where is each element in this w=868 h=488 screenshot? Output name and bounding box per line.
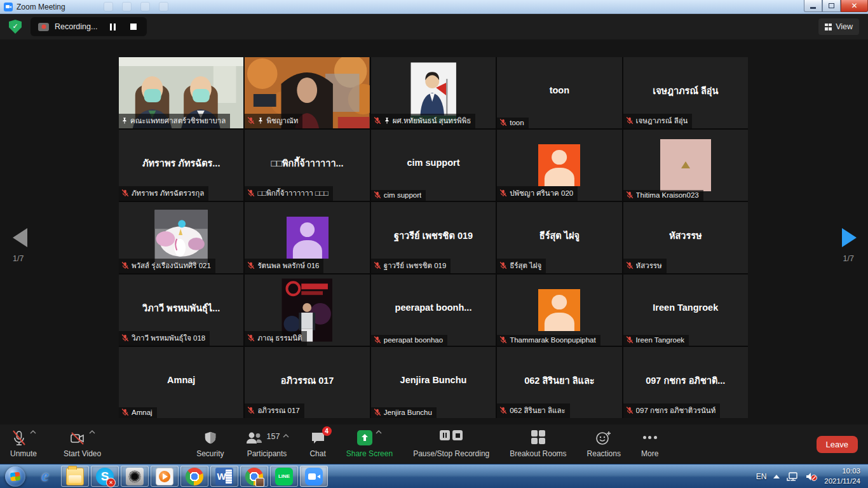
participant-name: ภัทราพร ภัทรฉัตรวรกุล — [132, 187, 204, 199]
breakout-rooms-button[interactable]: Breakout Rooms — [510, 430, 566, 458]
line-glyph — [275, 468, 293, 485]
reactions-button[interactable]: Reactions — [587, 430, 621, 458]
word-glyph — [215, 468, 233, 485]
more-button[interactable]: More — [641, 430, 658, 458]
player-glyph — [156, 468, 173, 485]
taskbar-player-icon[interactable] — [151, 466, 179, 487]
participant-tile[interactable]: วิภาวี พรหมพันธุ์ไ... วิภาวี พรหมพันธุ์ใ… — [119, 274, 243, 346]
leave-button[interactable]: Leave — [817, 436, 858, 453]
participant-tile[interactable]: ภัทราพร ภัทรฉัตร... ภัทราพร ภัทรฉัตรวรกุ… — [119, 130, 243, 201]
unmute-button[interactable]: Unmute — [10, 430, 37, 458]
participant-name: คณะแพทยศาสตร์วชิรพยาบาล — [130, 115, 226, 126]
participant-tile[interactable]: □□พิกกี้จ้าาาาาา... □□พิกกี้จ้าาาาาาา □□… — [245, 130, 369, 201]
participant-tile[interactable]: cim support cim support — [371, 130, 496, 201]
muted-mic-icon — [121, 334, 129, 342]
participant-name-label: วิภาวี พรหมพันธุ์ใจ 018 — [119, 331, 210, 346]
taskbar-chrome2-icon[interactable] — [240, 466, 268, 487]
system-tray: EN 10:03 2021/11/24 — [756, 466, 867, 486]
video-off-icon — [69, 430, 86, 447]
participant-tile[interactable]: ธีร์สุต ไฝจู ธีร์สุต ไฝจู — [497, 202, 621, 273]
participant-tile[interactable]: Thammarak Boonpupiphat — [497, 274, 621, 346]
taskbar-line-icon[interactable] — [270, 466, 298, 487]
view-button[interactable]: View — [818, 18, 859, 35]
muted-mic-icon — [121, 189, 129, 197]
zoom-glyph — [305, 468, 323, 485]
chevron-up-icon[interactable] — [89, 430, 95, 434]
participant-tile[interactable]: พวัสส์ รุ่งเรืองนันทศิริ 021 — [119, 202, 243, 273]
participant-tile[interactable]: toon toon — [497, 57, 621, 128]
share-screen-button[interactable]: Share Screen — [346, 430, 393, 458]
view-label: View — [836, 22, 853, 31]
participant-name: ผศ.หทัยพันธน์ สุนทรพิพิธ — [393, 115, 471, 126]
maximize-button[interactable] — [822, 0, 841, 12]
participant-name-label: ธีร์สุต ไฝจู — [497, 259, 546, 273]
chrome2-glyph — [245, 468, 263, 485]
participant-name-label: Jenjira Bunchu — [371, 407, 437, 418]
taskbar-start-icon[interactable] — [1, 466, 29, 487]
participant-name: toon — [510, 119, 524, 126]
recording-indicator: Recording... — [31, 17, 147, 36]
muted-mic-icon — [374, 336, 381, 344]
taskbar-explorer-icon[interactable] — [61, 466, 89, 487]
participants-count: 157 — [267, 432, 280, 441]
participant-tile[interactable]: หัสวรรษ หัสวรรษ — [623, 202, 748, 273]
participant-center-name: Amnaj — [123, 347, 240, 413]
taskbar-camera-icon[interactable] — [121, 466, 149, 487]
chat-button[interactable]: 4 Chat — [309, 430, 325, 458]
participant-name: 062 สิรินยา ลิและ — [510, 405, 566, 416]
participant-tile[interactable]: 097 กชกร อภิชาติ... 097 กชกร อภิชาติวรนั… — [623, 347, 748, 418]
window-title: Zoom Meeting — [17, 3, 65, 11]
muted-mic-icon — [121, 409, 129, 416]
pause-recording-button[interactable] — [107, 21, 118, 32]
participant-tile[interactable]: อภิวรรณ 017 อภิวรรณ 017 — [245, 347, 369, 418]
gallery-view-icon — [825, 24, 832, 30]
participant-tile[interactable]: พิชญาณัท — [245, 57, 369, 128]
previous-page-arrow[interactable] — [13, 228, 27, 247]
participant-tile[interactable]: ภาณุ ธรรมนิติ — [245, 274, 369, 346]
participant-tile[interactable]: Ireen Tangroek Ireen Tangroek — [623, 274, 748, 346]
muted-mic-icon — [247, 262, 255, 269]
participant-tile[interactable]: คณะแพทยศาสตร์วชิรพยาบาล — [119, 57, 243, 128]
stop-recording-button[interactable] — [128, 21, 139, 32]
participant-tile[interactable]: รัตนพล พลรักษ์ 016 — [245, 202, 369, 273]
participant-name: อภิวรรณ 017 — [257, 405, 299, 416]
security-shield-icon[interactable] — [9, 20, 22, 34]
muted-mic-icon — [499, 189, 507, 197]
participant-tile[interactable]: ฐาวรีย์ เพชรชิต 019 ฐาวรีย์ เพชรชิต 019 — [371, 202, 496, 273]
close-button[interactable]: ✕ — [841, 0, 868, 12]
participant-tile[interactable]: ผศ.หทัยพันธน์ สุนทรพิพิธ — [371, 57, 496, 128]
participant-name: Thammarak Boonpupiphat — [510, 336, 596, 344]
taskbar-ie-icon[interactable] — [31, 466, 59, 487]
participant-tile[interactable]: Thitima Kraison023 — [623, 130, 748, 201]
participant-tile[interactable]: เจษฎาภรณ์ ลีอุ่น เจษฎาภรณ์ ลีอุ่น — [623, 57, 748, 128]
start-video-button[interactable]: Start Video — [64, 430, 101, 458]
participant-tile[interactable]: Jenjira Bunchu Jenjira Bunchu — [371, 347, 496, 418]
network-icon[interactable] — [787, 471, 798, 482]
next-page-arrow[interactable] — [842, 228, 857, 247]
participant-tile[interactable]: ปพัชญา ศรินาค 020 — [497, 130, 621, 201]
muted-mic-icon — [374, 409, 381, 416]
participant-tile[interactable]: 062 สิรินยา ลิและ 062 สิรินยา ลิและ — [497, 347, 621, 418]
chevron-up-icon[interactable] — [376, 430, 382, 434]
taskbar-word-icon[interactable] — [210, 466, 238, 487]
participant-name-label: 097 กชกร อภิชาติวรนันท์ — [623, 403, 721, 418]
taskbar-skype-icon[interactable] — [91, 466, 119, 487]
taskbar-chrome-icon[interactable] — [180, 466, 208, 487]
chat-badge: 4 — [322, 426, 332, 436]
participants-button[interactable]: 157 Participants — [245, 430, 290, 458]
participant-name: Amnaj — [132, 409, 153, 416]
volume-muted-icon[interactable] — [805, 471, 817, 482]
security-button[interactable]: Security — [196, 430, 224, 458]
participant-tile[interactable]: Amnaj Amnaj — [119, 347, 243, 418]
avatar-silhouette — [287, 217, 329, 259]
minimize-button[interactable] — [804, 0, 822, 12]
taskbar-clock[interactable]: 10:03 2021/11/24 — [824, 466, 860, 486]
chevron-up-icon[interactable] — [30, 430, 36, 434]
hidden-icons-chevron[interactable] — [773, 475, 780, 478]
skype-glyph — [96, 468, 114, 485]
taskbar-zoom-icon[interactable] — [300, 466, 328, 487]
record-control-button[interactable]: Pause/Stop Recording — [413, 430, 489, 458]
language-indicator[interactable]: EN — [756, 472, 767, 481]
participant-tile[interactable]: peerapat boonh... peerapat boonhao — [371, 274, 496, 346]
chevron-up-icon[interactable] — [283, 434, 289, 438]
